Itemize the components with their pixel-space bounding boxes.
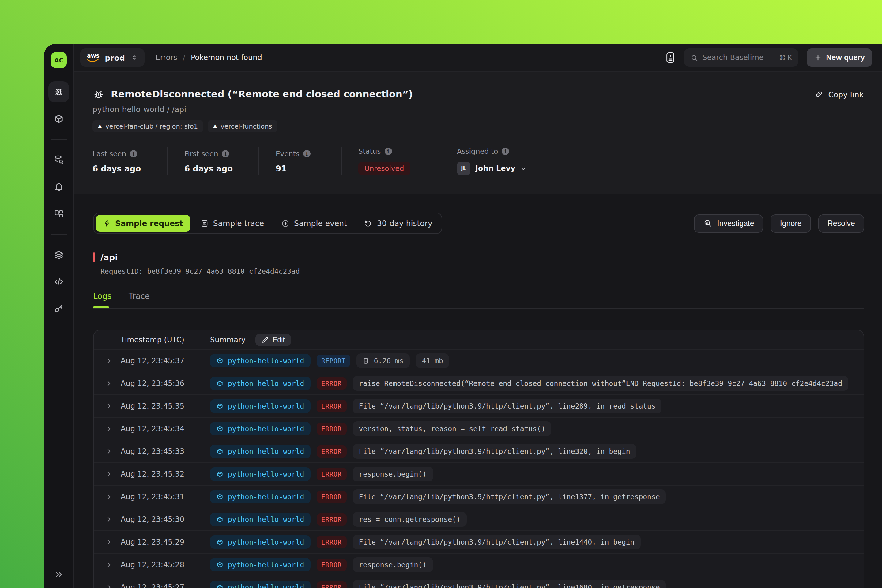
level-badge: ERROR xyxy=(316,559,346,571)
copy-link-button[interactable]: Copy link xyxy=(814,90,864,99)
info-icon[interactable]: i xyxy=(222,150,230,157)
info-icon[interactable]: i xyxy=(303,150,310,157)
sidebar-item-services[interactable] xyxy=(48,108,69,129)
expand-chevron-icon[interactable] xyxy=(105,516,113,523)
code-icon xyxy=(53,276,64,287)
row-timestamp: Aug 12, 23:45:32 xyxy=(121,470,210,478)
expand-chevron-icon[interactable] xyxy=(105,584,113,588)
info-icon[interactable]: i xyxy=(502,148,509,155)
row-timestamp: Aug 12, 23:45:30 xyxy=(121,515,210,524)
tag-vercel-project[interactable]: ▲ vercel-fan-club / region: sfo1 xyxy=(93,120,203,132)
service-name: python-hello-world xyxy=(228,379,304,388)
sidebar-item-layers[interactable] xyxy=(48,244,69,265)
table-row[interactable]: Aug 12, 23:45:30 python-hello-world ERRO… xyxy=(94,508,864,530)
tab-trace[interactable]: Trace xyxy=(129,291,150,308)
avatar[interactable]: AC xyxy=(51,52,67,68)
list-document-icon xyxy=(200,219,209,228)
logs-table: Timestamp (UTC) Summary Edit Aug 12, 23:… xyxy=(93,330,864,588)
expand-chevron-icon[interactable] xyxy=(105,357,113,364)
expand-chevron-icon[interactable] xyxy=(105,538,113,546)
key-icon xyxy=(53,303,64,314)
table-row[interactable]: Aug 12, 23:45:27 python-hello-world ERRO… xyxy=(94,576,864,588)
service-badge[interactable]: python-hello-world xyxy=(210,445,310,458)
table-row[interactable]: Aug 12, 23:45:34 python-hello-world ERRO… xyxy=(94,417,864,440)
level-badge: ERROR xyxy=(316,581,346,588)
service-badge[interactable]: python-hello-world xyxy=(210,354,310,368)
tag-row: ▲ vercel-fan-club / region: sfo1 ▲ verce… xyxy=(93,120,864,132)
tab-logs[interactable]: Logs xyxy=(93,291,111,308)
table-row[interactable]: Aug 12, 23:45:29 python-hello-world ERRO… xyxy=(94,530,864,553)
expand-chevron-icon[interactable] xyxy=(105,402,113,410)
bell-alerts-icon xyxy=(53,181,64,192)
info-icon[interactable]: i xyxy=(384,148,392,155)
expand-chevron-icon[interactable] xyxy=(105,380,113,387)
package-icon xyxy=(216,357,224,364)
info-icon[interactable]: i xyxy=(130,150,137,157)
expand-chevron-icon[interactable] xyxy=(105,561,113,568)
package-icon xyxy=(216,538,224,546)
table-row[interactable]: Aug 12, 23:45:35 python-hello-world ERRO… xyxy=(94,394,864,417)
expand-chevron-icon[interactable] xyxy=(105,448,113,455)
service-badge[interactable]: python-hello-world xyxy=(210,580,310,588)
service-badge[interactable]: python-hello-world xyxy=(210,558,310,572)
tab-sample-trace[interactable]: Sample trace xyxy=(193,215,272,231)
stats-divider xyxy=(167,147,168,175)
service-badge[interactable]: python-hello-world xyxy=(210,536,310,549)
search-shortcut: ⌘ K xyxy=(779,54,792,61)
resolve-button[interactable]: Resolve xyxy=(818,214,864,232)
table-row[interactable]: Aug 12, 23:45:36 python-hello-world ERRO… xyxy=(94,372,864,394)
table-row[interactable]: Aug 12, 23:45:37 python-hello-world REPO… xyxy=(94,349,864,372)
sidebar-collapse-button[interactable] xyxy=(54,570,64,579)
sidebar-item-queries[interactable] xyxy=(48,150,69,170)
table-row[interactable]: Aug 12, 23:45:32 python-hello-world ERRO… xyxy=(94,462,864,485)
sidebar-item-errors[interactable] xyxy=(48,81,69,102)
service-badge[interactable]: python-hello-world xyxy=(210,513,310,526)
sidebar-item-dashboards[interactable] xyxy=(48,203,69,224)
assignee-selector[interactable]: JL John Levy xyxy=(457,162,527,175)
service-badge[interactable]: python-hello-world xyxy=(210,399,310,413)
edit-columns-button[interactable]: Edit xyxy=(255,333,291,346)
service-badge[interactable]: python-hello-world xyxy=(210,376,310,390)
tab-sample-request[interactable]: Sample request xyxy=(96,215,190,231)
service-badge[interactable]: python-hello-world xyxy=(210,422,310,435)
package-icon xyxy=(216,470,224,478)
sidebar-item-api-keys[interactable] xyxy=(48,298,69,319)
stat-last-seen: Last seeni 6 days ago xyxy=(93,149,151,173)
vercel-triangle-icon: ▲ xyxy=(98,124,102,129)
changelog-note-icon[interactable] xyxy=(665,51,676,64)
column-summary: Summary xyxy=(210,335,246,344)
environment-selector[interactable]: aws prod xyxy=(80,48,144,67)
sample-toolbar: Sample request Sample trace xyxy=(93,213,864,234)
ignore-button[interactable]: Ignore xyxy=(771,214,811,232)
table-row[interactable]: Aug 12, 23:45:33 python-hello-world ERRO… xyxy=(94,440,864,462)
stat-assigned: Assigned toi JL John Levy xyxy=(457,147,527,175)
service-badge[interactable]: python-hello-world xyxy=(210,490,310,504)
sidebar-item-alerts[interactable] xyxy=(48,176,69,197)
row-timestamp: Aug 12, 23:45:28 xyxy=(121,560,210,569)
row-timestamp: Aug 12, 23:45:35 xyxy=(121,402,210,410)
row-timestamp: Aug 12, 23:45:36 xyxy=(121,379,210,388)
level-badge: ERROR xyxy=(316,490,346,503)
expand-chevron-icon[interactable] xyxy=(105,493,113,500)
topbar-right: Search Baselime ⌘ K New query xyxy=(665,48,872,67)
search-placeholder: Search Baselime xyxy=(702,53,775,62)
breadcrumb-section[interactable]: Errors xyxy=(156,53,177,62)
sidebar-item-code[interactable] xyxy=(48,272,69,292)
table-row[interactable]: Aug 12, 23:45:31 python-hello-world ERRO… xyxy=(94,485,864,508)
investigate-button[interactable]: Investigate xyxy=(694,214,764,232)
search-input[interactable]: Search Baselime ⌘ K xyxy=(684,48,798,67)
stat-first-seen: First seeni 6 days ago xyxy=(184,149,242,173)
level-badge: ERROR xyxy=(316,400,346,412)
desktop: AC xyxy=(0,0,882,588)
endpoint-row: /api xyxy=(93,252,864,262)
expand-chevron-icon[interactable] xyxy=(105,470,113,478)
tab-30-day-history[interactable]: 30-day history xyxy=(357,215,440,231)
expand-chevron-icon[interactable] xyxy=(105,425,113,432)
table-row[interactable]: Aug 12, 23:45:28 python-hello-world ERRO… xyxy=(94,553,864,576)
service-badge[interactable]: python-hello-world xyxy=(210,467,310,481)
link-icon xyxy=(814,90,823,99)
tab-sample-event[interactable]: Sample event xyxy=(274,215,354,231)
tag-vercel-functions[interactable]: ▲ vercel-functions xyxy=(208,120,278,132)
new-query-button[interactable]: New query xyxy=(807,48,872,67)
stats-divider xyxy=(341,147,342,175)
